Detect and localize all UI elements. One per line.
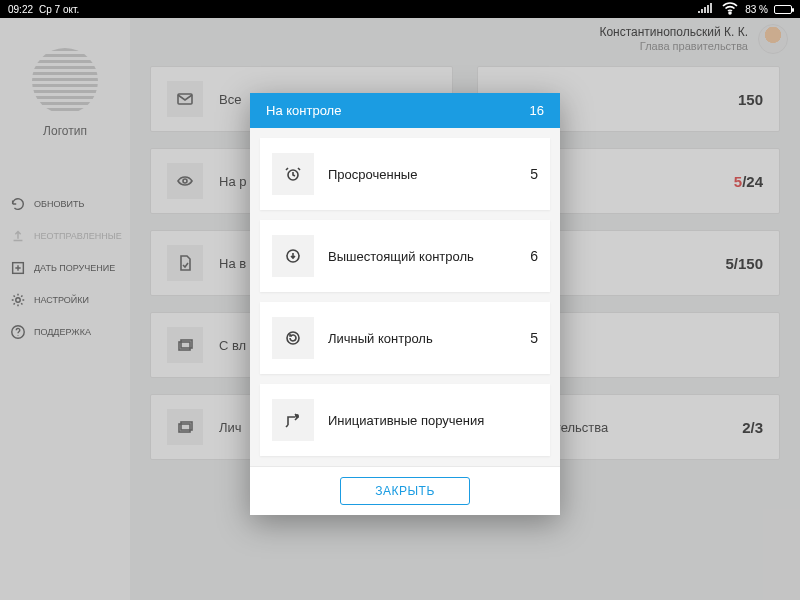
modal-header: На контроле 16	[250, 93, 560, 128]
modal-item-label: Просроченные	[328, 167, 516, 182]
signal-icon	[697, 0, 715, 19]
modal-total: 16	[530, 103, 544, 118]
modal-item-superior[interactable]: Вышестоящий контроль 6	[260, 220, 550, 292]
modal-item-label: Инициативные поручения	[328, 413, 524, 428]
circle-arrow-icon	[272, 317, 314, 359]
status-bar: 09:22 Ср 7 окт. 83 %	[0, 0, 800, 18]
modal-on-control: На контроле 16 Просроченные 5 Вышестоящи…	[250, 93, 560, 515]
modal-item-label: Личный контроль	[328, 331, 516, 346]
status-date: Ср 7 окт.	[39, 4, 79, 15]
modal-item-overdue[interactable]: Просроченные 5	[260, 138, 550, 210]
modal-title: На контроле	[266, 103, 341, 118]
svg-point-12	[287, 332, 299, 344]
assign-icon	[272, 399, 314, 441]
modal-item-count: 6	[530, 248, 538, 264]
status-time: 09:22	[8, 4, 33, 15]
wifi-icon	[721, 0, 739, 19]
modal-item-count: 5	[530, 330, 538, 346]
alarm-icon	[272, 153, 314, 195]
close-button[interactable]: ЗАКРЫТЬ	[340, 477, 470, 505]
battery-icon	[774, 5, 792, 14]
modal-item-label: Вышестоящий контроль	[328, 249, 516, 264]
svg-point-0	[729, 12, 731, 14]
modal-item-initiative[interactable]: Инициативные поручения	[260, 384, 550, 456]
circle-down-icon	[272, 235, 314, 277]
battery-percent: 83 %	[745, 4, 768, 15]
modal-item-personal[interactable]: Личный контроль 5	[260, 302, 550, 374]
svg-point-13	[296, 415, 298, 417]
modal-item-count: 5	[530, 166, 538, 182]
